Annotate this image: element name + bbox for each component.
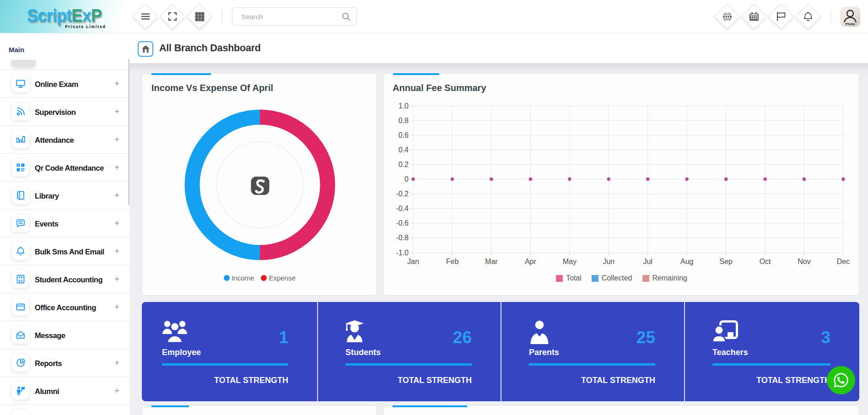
svg-text:Nov: Nov [798, 258, 810, 265]
svg-text:0.8: 0.8 [399, 117, 409, 124]
svg-text:Aug: Aug [680, 258, 693, 265]
svg-text:Sep: Sep [719, 258, 733, 265]
svg-text:Jul: Jul [643, 258, 652, 265]
svg-text:Apr: Apr [525, 258, 537, 265]
svg-text:-0.6: -0.6 [396, 219, 409, 227]
svg-text:0.2: 0.2 [399, 161, 409, 168]
svg-text:Mar: Mar [485, 258, 498, 265]
svg-text:Feb: Feb [446, 258, 459, 265]
svg-text:Dec: Dec [837, 258, 850, 265]
svg-text:Jun: Jun [603, 258, 615, 265]
svg-text:0: 0 [404, 175, 409, 183]
svg-text:0.4: 0.4 [399, 146, 409, 154]
svg-text:-0.4: -0.4 [396, 205, 409, 212]
svg-text:Oct: Oct [760, 258, 771, 265]
svg-text:1.0: 1.0 [399, 102, 409, 110]
svg-text:0.6: 0.6 [399, 131, 409, 139]
svg-text:-0.8: -0.8 [396, 234, 409, 242]
svg-text:May: May [563, 258, 577, 265]
svg-text:Jan: Jan [407, 258, 419, 265]
svg-text:-1.0: -1.0 [396, 249, 409, 257]
svg-text:-0.2: -0.2 [396, 190, 409, 198]
